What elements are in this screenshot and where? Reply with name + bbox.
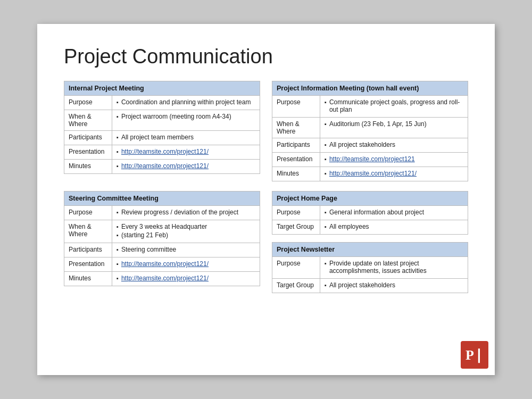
table-row: Minutes http://teamsite.com/project121/ bbox=[64, 272, 260, 286]
bullet-item: Coordination and planning within project… bbox=[117, 98, 255, 106]
table-header-info: Project Information Meeting (town hall e… bbox=[272, 81, 468, 96]
table-row: Minutes http://teamsite.com/project121/ bbox=[64, 160, 260, 174]
row-label: When & Where bbox=[64, 110, 112, 131]
table-row: Target Group All project stakeholders bbox=[272, 279, 468, 293]
table-row: Presentation http://teamsite.com/project… bbox=[64, 257, 260, 272]
row-value: http://teamsite.com/project121/ bbox=[112, 145, 260, 160]
row-value: General information about project bbox=[320, 206, 468, 220]
row-label: Target Group bbox=[272, 279, 320, 293]
row-value: http://teamsite.com/project121/ bbox=[112, 160, 260, 174]
table-project-newsletter: Project Newsletter Purpose Provide updat… bbox=[272, 242, 468, 293]
link[interactable]: http://teamsite.com/project121/ bbox=[121, 260, 209, 268]
powerpoint-icon-label: P❘ bbox=[466, 347, 484, 363]
bullet-item: http://teamsite.com/project121/ bbox=[117, 260, 255, 268]
bullet-item: All employees bbox=[325, 223, 463, 230]
table-steering-committee-meeting: Steering Committee Meeting Purpose Revie… bbox=[64, 191, 260, 293]
table-row: Presentation http://teamsite.com/project… bbox=[64, 145, 260, 160]
table-internal-project-meeting: Internal Project Meeting Purpose Coordin… bbox=[64, 81, 260, 181]
link[interactable]: http://teamsite.com/project121/ bbox=[121, 162, 209, 170]
row-value: Communicate project goals, progress and … bbox=[320, 96, 468, 118]
row-value: Steering committee bbox=[112, 243, 260, 257]
slide-title: Project Communication bbox=[64, 45, 468, 68]
row-label: When & Where bbox=[64, 220, 112, 243]
row-value: http://teamsite.com/project121/ bbox=[112, 272, 260, 286]
powerpoint-icon: P❘ bbox=[461, 341, 488, 369]
bullet-item: http://teamsite.com/project121 bbox=[325, 155, 463, 163]
bullet-item: Communicate project goals, progress and … bbox=[325, 98, 463, 113]
row-value: All project team members bbox=[112, 131, 260, 145]
table-row: Purpose Provide update on latest project… bbox=[272, 257, 468, 279]
table-row: Purpose Coordination and planning within… bbox=[64, 96, 260, 110]
table-right-column: Project Home Page Purpose General inform… bbox=[272, 191, 468, 293]
bullet-item: All project stakeholders bbox=[325, 141, 463, 148]
row-label: Purpose bbox=[272, 96, 320, 118]
bullet-item: (starting 21 Feb) bbox=[117, 231, 255, 239]
row-label: Presentation bbox=[64, 257, 112, 272]
row-value: All employees bbox=[320, 220, 468, 235]
link[interactable]: http://teamsite.com/project121 bbox=[329, 155, 415, 163]
table-row: When & Where Auditorium (23 Feb, 1 Apr, … bbox=[272, 118, 468, 138]
bullet-item: General information about project bbox=[325, 209, 463, 216]
bullet-item: http://teamsite.com/project121/ bbox=[117, 148, 255, 155]
row-value: http://teamsite.com/project121/ bbox=[112, 257, 260, 272]
table-project-information-meeting: Project Information Meeting (town hall e… bbox=[272, 81, 468, 181]
table-row: Presentation http://teamsite.com/project… bbox=[272, 153, 468, 167]
table-row: Participants All project team members bbox=[64, 131, 260, 145]
row-value: All project stakeholders bbox=[320, 279, 468, 293]
table-row: When & Where Every 3 weeks at Headquarte… bbox=[64, 220, 260, 243]
table-row: Participants All project stakeholders bbox=[272, 138, 468, 153]
bullet-item: Every 3 weeks at Headquarter bbox=[117, 223, 255, 230]
bullet-item: All project team members bbox=[117, 134, 255, 141]
row-value: Review progress / deviation of the proje… bbox=[112, 206, 260, 220]
table-header-homepage: Project Home Page bbox=[272, 192, 468, 206]
row-label: Presentation bbox=[272, 153, 320, 167]
row-label: Purpose bbox=[272, 257, 320, 279]
table-row: Purpose General information about projec… bbox=[272, 206, 468, 220]
row-label: Presentation bbox=[64, 145, 112, 160]
tables-container: Internal Project Meeting Purpose Coordin… bbox=[64, 81, 468, 293]
table-row: When & Where Project warroom (meeting ro… bbox=[64, 110, 260, 131]
bullet-item: All project stakeholders bbox=[325, 281, 463, 289]
row-value: Auditorium (23 Feb, 1 Apr, 15 Jun) bbox=[320, 118, 468, 138]
bullet-item: http://teamsite.com/project121/ bbox=[117, 275, 255, 282]
table-row: Purpose Communicate project goals, progr… bbox=[272, 96, 468, 118]
row-value: Coordination and planning within project… bbox=[112, 96, 260, 110]
table-header-newsletter: Project Newsletter bbox=[272, 243, 468, 257]
table-project-home-page: Project Home Page Purpose General inform… bbox=[272, 191, 468, 235]
bullet-item: Review progress / deviation of the proje… bbox=[117, 209, 255, 216]
bullet-item: http://teamsite.com/project121/ bbox=[325, 170, 463, 177]
bullet-item: Provide update on latest project accompl… bbox=[325, 260, 463, 275]
bullet-item: Project warroom (meeting room A4-34) bbox=[117, 113, 255, 120]
bullet-item: Auditorium (23 Feb, 1 Apr, 15 Jun) bbox=[325, 120, 463, 128]
row-label: Target Group bbox=[272, 220, 320, 235]
bullet-item: Steering committee bbox=[117, 246, 255, 253]
row-label: Participants bbox=[64, 243, 112, 257]
row-value: Project warroom (meeting room A4-34) bbox=[112, 110, 260, 131]
link[interactable]: http://teamsite.com/project121/ bbox=[121, 148, 209, 155]
table-row: Purpose Review progress / deviation of t… bbox=[64, 206, 260, 220]
slide: Project Communication Internal Project M… bbox=[37, 24, 495, 375]
link[interactable]: http://teamsite.com/project121/ bbox=[121, 275, 209, 282]
row-label: When & Where bbox=[272, 118, 320, 138]
table-header-internal: Internal Project Meeting bbox=[64, 81, 260, 96]
row-value: Every 3 weeks at Headquarter (starting 2… bbox=[112, 220, 260, 243]
link[interactable]: http://teamsite.com/project121/ bbox=[329, 170, 417, 177]
row-value: http://teamsite.com/project121/ bbox=[320, 167, 468, 181]
row-label: Minutes bbox=[64, 160, 112, 174]
row-label: Participants bbox=[64, 131, 112, 145]
table-header-steering: Steering Committee Meeting bbox=[64, 192, 260, 206]
row-value: All project stakeholders bbox=[320, 138, 468, 153]
table-row: Participants Steering committee bbox=[64, 243, 260, 257]
table-row: Target Group All employees bbox=[272, 220, 468, 235]
row-value: Provide update on latest project accompl… bbox=[320, 257, 468, 279]
row-label: Purpose bbox=[64, 206, 112, 220]
row-value: http://teamsite.com/project121 bbox=[320, 153, 468, 167]
row-label: Minutes bbox=[64, 272, 112, 286]
row-label: Purpose bbox=[272, 206, 320, 220]
row-label: Purpose bbox=[64, 96, 112, 110]
table-row: Minutes http://teamsite.com/project121/ bbox=[272, 167, 468, 181]
row-label: Participants bbox=[272, 138, 320, 153]
bullet-item: http://teamsite.com/project121/ bbox=[117, 162, 255, 170]
row-label: Minutes bbox=[272, 167, 320, 181]
